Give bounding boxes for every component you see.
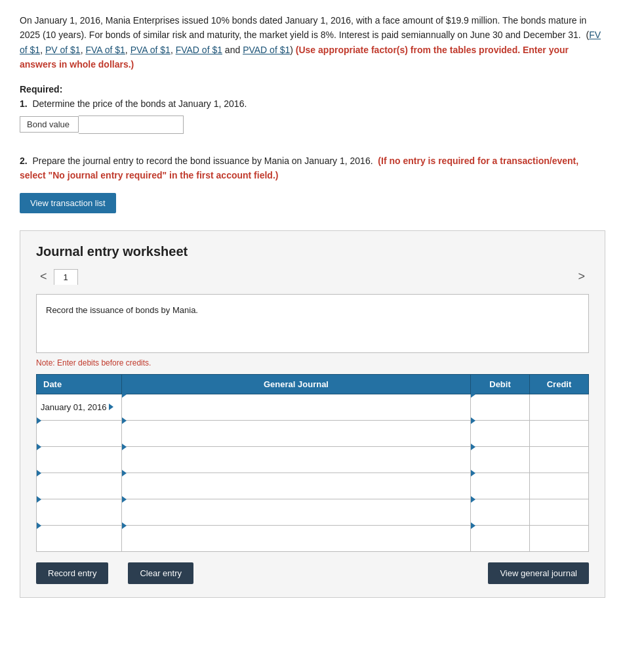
journal-table: Date General Journal Debit Credit Januar… — [36, 374, 589, 552]
date-value-1: January 01, 2016 — [41, 402, 106, 412]
debit-triangle-2 — [471, 417, 475, 424]
debit-input-6[interactable] — [471, 531, 529, 556]
date-triangle-4 — [37, 470, 41, 476]
col-header-journal: General Journal — [122, 375, 471, 394]
link-pva[interactable]: PVA of $1 — [131, 45, 171, 55]
question1: 1. Determine the price of the bonds at J… — [20, 98, 605, 134]
credit-input-5[interactable] — [530, 499, 588, 525]
journal-triangle-3 — [122, 444, 127, 450]
credit-input-6[interactable] — [530, 526, 588, 551]
credit-input-2[interactable] — [530, 421, 588, 446]
worksheet-container: Journal entry worksheet < 1 > Record the… — [20, 230, 605, 598]
credit-input-3[interactable] — [530, 447, 588, 472]
col-header-debit: Debit — [471, 375, 530, 394]
debit-triangle-5 — [471, 496, 475, 503]
debit-triangle-6 — [471, 522, 475, 529]
journal-triangle-4 — [122, 470, 127, 476]
journal-input-1[interactable] — [122, 400, 470, 425]
col-header-credit: Credit — [530, 375, 589, 394]
q2-number: 2. — [20, 156, 28, 166]
q2-text-plain: Prepare the journal entry to record the … — [32, 156, 373, 166]
debit-cell-1[interactable] — [471, 394, 530, 421]
debit-triangle-1 — [471, 391, 475, 398]
question1-text: 1. Determine the price of the bonds at J… — [20, 98, 605, 109]
bond-value-row: Bond value — [20, 116, 605, 134]
view-transaction-button[interactable]: View transaction list — [20, 193, 116, 213]
required-section: Required: 1. Determine the price of the … — [20, 84, 605, 598]
credit-cell-2[interactable] — [530, 421, 589, 447]
tab-item-1[interactable]: 1 — [54, 269, 78, 285]
journal-cell-1[interactable] — [122, 394, 471, 421]
credit-input-4[interactable] — [530, 473, 588, 499]
journal-triangle-6 — [122, 522, 127, 529]
journal-input-5[interactable] — [122, 505, 470, 530]
debit-triangle-3 — [471, 444, 475, 450]
q1-number: 1. — [20, 98, 28, 109]
credit-cell-1[interactable] — [530, 394, 589, 421]
date-cell-1: January 01, 2016 — [37, 394, 122, 421]
credit-cell-5[interactable] — [530, 499, 589, 526]
date-input-2[interactable] — [37, 426, 121, 452]
debit-input-1[interactable] — [471, 400, 529, 425]
link-pv[interactable]: PV of $1 — [45, 45, 81, 55]
date-input-5[interactable] — [37, 505, 121, 530]
required-label: Required: — [20, 84, 605, 94]
tab-right-arrow[interactable]: > — [574, 268, 589, 285]
debit-input-2[interactable] — [471, 426, 529, 452]
credit-cell-3[interactable] — [530, 447, 589, 473]
date-input-4[interactable] — [37, 478, 121, 504]
date-triangle-3 — [37, 444, 41, 450]
record-entry-button[interactable]: Record entry — [36, 562, 108, 584]
link-fvad[interactable]: FVAD of $1 — [176, 45, 222, 55]
view-general-journal-button[interactable]: View general journal — [488, 562, 589, 584]
date-cell-2[interactable] — [37, 421, 122, 447]
intro-paragraph: On January 1, 2016, Mania Enterprises is… — [20, 13, 605, 72]
bond-value-label: Bond value — [20, 116, 79, 133]
date-triangle-2 — [37, 417, 41, 424]
credit-cell-6[interactable] — [530, 526, 589, 552]
tab-left-arrow[interactable]: < — [36, 268, 51, 285]
debit-triangle-4 — [471, 470, 475, 476]
journal-input-2[interactable] — [122, 426, 470, 452]
debit-input-4[interactable] — [471, 478, 529, 504]
worksheet-title: Journal entry worksheet — [36, 244, 589, 259]
tab-nav: < 1 > — [36, 268, 589, 285]
debit-input-3[interactable] — [471, 452, 529, 478]
journal-triangle-2 — [122, 417, 127, 424]
instruction-text: Record the issuance of bonds by Mania. — [46, 305, 198, 315]
journal-input-6[interactable] — [122, 531, 470, 556]
note-text: Note: Enter debits before credits. — [36, 358, 589, 368]
date-input-3[interactable] — [37, 452, 121, 478]
clear-entry-button[interactable]: Clear entry — [128, 562, 193, 584]
journal-input-4[interactable] — [122, 478, 470, 504]
date-triangle-5 — [37, 496, 41, 503]
date-triangle-1 — [109, 404, 113, 410]
link-fva[interactable]: FVA of $1 — [85, 45, 125, 55]
action-buttons: Record entry Clear entry View general jo… — [36, 562, 589, 584]
credit-input-1[interactable] — [530, 394, 588, 420]
link-pvad[interactable]: PVAD of $1 — [243, 45, 290, 55]
journal-triangle-1 — [122, 391, 127, 398]
date-input-6[interactable] — [37, 531, 121, 556]
q1-text: Determine the price of the bonds at Janu… — [32, 98, 247, 109]
date-triangle-6 — [37, 522, 41, 529]
bond-value-input[interactable] — [79, 116, 184, 134]
col-header-date: Date — [37, 375, 122, 394]
debit-input-5[interactable] — [471, 505, 529, 530]
journal-triangle-5 — [122, 496, 127, 503]
credit-cell-4[interactable] — [530, 473, 589, 499]
question2: 2. Prepare the journal entry to record t… — [20, 154, 605, 183]
journal-input-3[interactable] — [122, 452, 470, 478]
table-row: January 01, 2016 — [37, 394, 589, 421]
instruction-box: Record the issuance of bonds by Mania. — [36, 294, 589, 353]
